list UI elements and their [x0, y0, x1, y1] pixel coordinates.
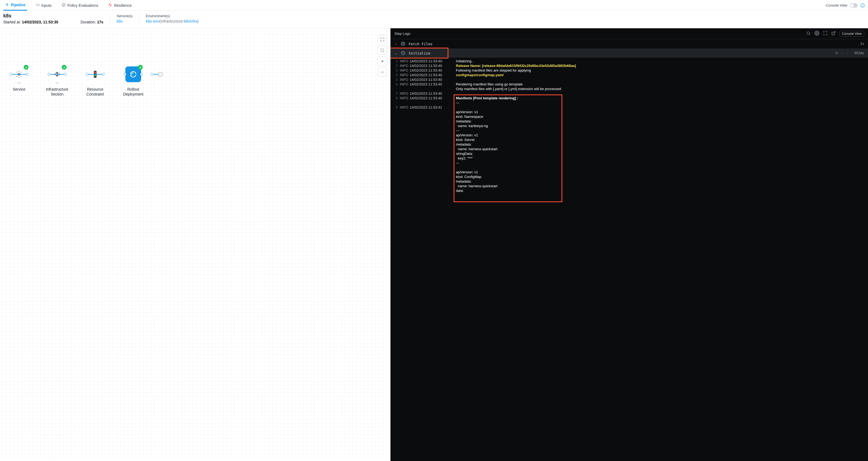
log-line: Only manifest files with [.yaml] or [.ym…	[391, 87, 868, 91]
code-badge: </>	[17, 82, 21, 84]
svg-point-9	[816, 33, 818, 34]
log-line	[391, 165, 868, 170]
log-section-label: Fetch Files	[408, 42, 857, 46]
log-line: 3INFO14/02/2023 11:53:40Following manife…	[391, 68, 868, 73]
tab-resilience[interactable]: Resilience	[106, 0, 133, 10]
log-line: ---	[391, 100, 868, 105]
tab-pipeline[interactable]: Pipeline	[3, 0, 27, 10]
code-badge: </>	[55, 82, 59, 84]
zoom-in-button[interactable]	[378, 57, 387, 66]
log-line: stringData:	[391, 151, 868, 156]
logs-title: Step Logs	[394, 32, 806, 36]
scroll-bottom-icon[interactable]: ↓	[846, 51, 848, 55]
info-icon[interactable]	[860, 3, 865, 8]
success-check-icon	[138, 65, 143, 70]
log-line: 7INFO14/02/2023 11:53:40	[391, 91, 868, 96]
log-line: kind: ConfigMap	[391, 174, 868, 179]
pipeline-canvas[interactable]: </>Service</>InfrastructureSectionResour…	[0, 28, 391, 461]
tab-label: Inputs	[41, 3, 52, 8]
log-line: 9INFO14/02/2023 11:53:41	[391, 105, 868, 110]
log-line: name: kartikeya-ng	[391, 123, 868, 128]
status-ok-icon	[401, 41, 405, 46]
services-label: Service(s)	[117, 14, 133, 18]
pipeline-node[interactable]: </>InfrastructureSection	[38, 66, 76, 96]
log-section-duration: 952ms	[855, 51, 864, 55]
node-label: ResourceConstraint	[87, 87, 104, 96]
log-line: 5INFO14/02/2023 11:53:40	[391, 77, 868, 82]
tab-policy-evaluations[interactable]: Policy Evaluations	[60, 0, 100, 10]
pipeline-end-node[interactable]	[158, 72, 163, 77]
policy-icon	[61, 3, 66, 8]
log-line: ---	[391, 128, 868, 133]
infra-link[interactable]: k8sinfra	[184, 19, 197, 23]
expand-icon[interactable]	[823, 31, 828, 36]
log-line: apiVersion: v1	[391, 170, 868, 174]
node-label: InfrastructureSection	[46, 87, 68, 96]
service-link[interactable]: k8s	[117, 19, 123, 23]
log-section-body: 1INFO14/02/2023 11:53:40Initializing..2I…	[391, 58, 868, 195]
select-button[interactable]	[378, 46, 387, 55]
success-check-icon	[24, 65, 29, 70]
status-ok-icon	[401, 51, 405, 55]
zoom-out-button[interactable]	[378, 67, 387, 77]
console-view-toggle[interactable]	[850, 3, 858, 8]
svg-point-8	[807, 32, 809, 34]
pipeline-node[interactable]: </>Service	[0, 66, 38, 92]
tab-label: Resilience	[114, 3, 132, 8]
main-area: </>Service</>InfrastructureSectionResour…	[0, 28, 868, 461]
log-line: name: harness-quickstart	[391, 147, 868, 151]
svg-point-6	[94, 75, 96, 77]
log-section-label: Initialize	[408, 51, 447, 55]
log-line: apiVersion: v1	[391, 133, 868, 138]
infra-label: Infrastructure:	[160, 19, 184, 23]
success-check-icon	[62, 65, 67, 70]
log-line: 6INFO14/02/2023 11:53:40Rendering manife…	[391, 82, 868, 87]
log-line: data:	[391, 188, 868, 193]
log-section-header[interactable]: ⌄Initialize⧉↑↓952ms	[391, 49, 868, 58]
log-line: ---	[391, 161, 868, 165]
tab-label: Policy Evaluations	[67, 3, 98, 8]
log-line: metadata:	[391, 142, 868, 147]
step-logs-panel: Step Logs Console View ›Fetch Files3s⌄In…	[391, 28, 868, 461]
log-line: metadata:	[391, 179, 868, 184]
log-line: 1INFO14/02/2023 11:53:40Initializing..	[391, 59, 868, 63]
log-line: key2: '***'	[391, 156, 868, 161]
pipeline-node[interactable]: RolloutDeployment	[114, 66, 152, 96]
search-icon[interactable]	[806, 31, 811, 36]
log-line: 2INFO14/02/2023 11:53:40Release Name: [r…	[391, 63, 868, 68]
node-label: RolloutDeployment	[123, 87, 144, 96]
top-tabs: Pipeline Inputs Policy Evaluations Resil…	[0, 0, 868, 11]
tab-label: Pipeline	[11, 3, 26, 7]
log-line: metadata:	[391, 119, 868, 123]
duration-label: Duration:	[81, 20, 96, 24]
popout-icon[interactable]	[831, 31, 836, 36]
fit-to-screen-button[interactable]	[378, 35, 387, 44]
node-label: Service	[13, 87, 26, 92]
chevron-right-icon: ›	[394, 42, 398, 46]
scroll-top-icon[interactable]: ↑	[841, 51, 843, 55]
environments-label: Environment(s)	[146, 14, 199, 18]
gear-icon[interactable]	[814, 31, 819, 36]
started-label: Started at:	[3, 20, 21, 24]
log-line: 8INFO14/02/2023 11:53:40Manifests [Post …	[391, 96, 868, 100]
copy-icon[interactable]: ⧉	[835, 51, 838, 55]
console-view-button[interactable]: Console View	[839, 31, 864, 37]
log-line: kind: Namespace	[391, 114, 868, 119]
environment-link[interactable]: k8s-env	[146, 19, 159, 23]
log-section-duration: 3s	[860, 42, 864, 46]
log-line: kind: Secret	[391, 138, 868, 142]
pipeline-node[interactable]: ResourceConstraint	[76, 66, 114, 96]
pipeline-name: k8s	[3, 13, 67, 19]
svg-rect-2	[381, 49, 384, 52]
log-line: apiVersion: v1	[391, 110, 868, 114]
svg-point-5	[94, 72, 96, 74]
chevron-down-icon: ⌄	[394, 51, 398, 55]
duration-value: 17s	[97, 20, 103, 24]
log-line: 4INFO14/02/2023 11:53:40configmaps/confi…	[391, 73, 868, 77]
svg-point-0	[7, 4, 8, 5]
tab-inputs[interactable]: Inputs	[34, 0, 53, 10]
log-line: name: harness-quickstart	[391, 184, 868, 188]
log-section-header[interactable]: ›Fetch Files3s	[391, 39, 868, 49]
console-view-label: Console View	[826, 3, 847, 7]
pipeline-summary-bar: k8s Started at: 14/02/2023, 11:53:30 Dur…	[0, 11, 868, 28]
